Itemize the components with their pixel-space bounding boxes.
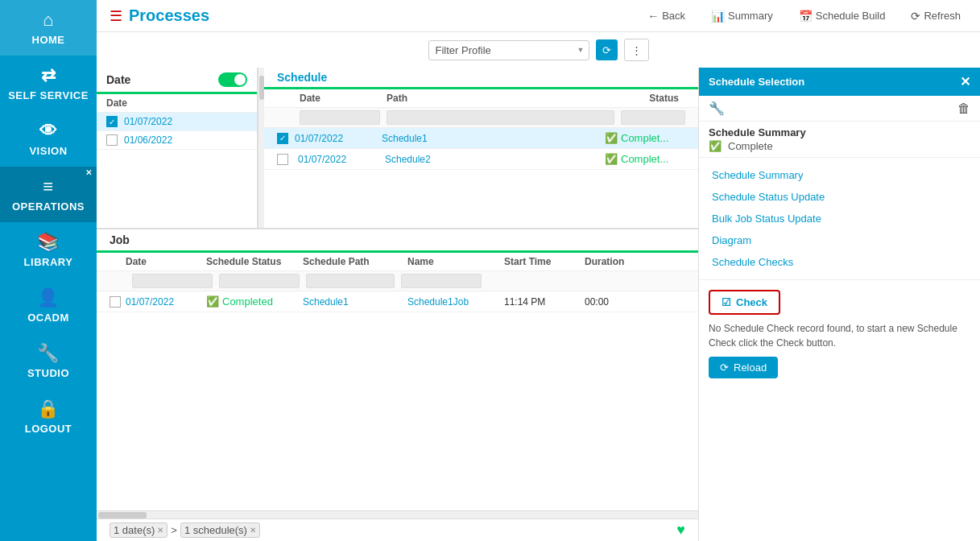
refresh-icon: ⟳: [911, 10, 920, 23]
schedule-table-header: Date Path Status: [264, 89, 698, 108]
ss-schedule-summary-info: Schedule Summary ✅ Complete: [699, 122, 980, 158]
sched-status-val: ✅ Complet...: [605, 132, 685, 144]
job-checkbox-cell: [110, 296, 126, 308]
topbar-actions: ← Back 📊 Summary 📅 Schedule Build ⟳ Refr…: [641, 6, 967, 26]
job-path-val: Schedule1: [303, 296, 407, 308]
summary-icon: 📊: [711, 10, 725, 23]
panels: Date Date ✓ 01/07/2022 01/06/2022: [97, 68, 980, 541]
summary-button[interactable]: 📊 Summary: [705, 6, 779, 26]
ss-menu-schedule-checks[interactable]: Schedule Checks: [699, 251, 980, 273]
topbar: ☰ Processes ← Back 📊 Summary 📅 Schedule …: [97, 0, 980, 32]
date-checkbox[interactable]: [106, 134, 118, 146]
ss-close-button[interactable]: ✕: [960, 74, 970, 89]
schedule-column: Schedule Date Path Status: [264, 68, 698, 228]
date-toggle[interactable]: [218, 72, 247, 87]
sched-date-val: 01/07/2022: [298, 154, 378, 165]
filter-profile-select[interactable]: Filter Profile: [428, 40, 589, 60]
date-checkbox[interactable]: ✓: [106, 116, 118, 127]
ss-summary-row: ✅ Complete: [709, 140, 970, 152]
sidebar-item-operations[interactable]: ✕ ≡ OPERATIONS: [0, 167, 97, 222]
date-row[interactable]: ✓ 01/07/2022: [97, 113, 257, 131]
job-status-filter[interactable]: [219, 274, 300, 288]
sidebar-item-label: OCADM: [27, 312, 69, 324]
sidebar-item-studio[interactable]: 🔧 STUDIO: [0, 333, 97, 389]
ocadm-icon: 👤: [37, 287, 60, 308]
schedule-date-filter[interactable]: [300, 110, 380, 125]
refresh-button[interactable]: ⟳ Refresh: [904, 6, 967, 26]
schedule-build-button[interactable]: 📅 Schedule Build: [792, 6, 892, 26]
sidebar-item-label: LOGOUT: [25, 423, 72, 435]
job-row[interactable]: 01/07/2022 ✅ Completed Schedule1 Schedul…: [97, 291, 698, 312]
library-icon: 📚: [37, 232, 60, 253]
job-start-header: Start Time: [504, 256, 585, 267]
ss-check-button[interactable]: ☑ Check: [709, 290, 780, 315]
schedule-path-header: Path: [387, 93, 598, 104]
job-section-header: Job: [97, 229, 698, 253]
studio-icon: 🔧: [37, 343, 60, 364]
sidebar-item-logout[interactable]: 🔒 LOGOUT: [0, 389, 97, 444]
date-row[interactable]: 01/06/2022: [97, 131, 257, 150]
schedule-status-filter[interactable]: [621, 110, 685, 125]
schedule-row[interactable]: ✓ 01/07/2022 Schedule1 ✅ Complet...: [264, 128, 698, 149]
sched-checkbox[interactable]: [277, 154, 288, 165]
schedule-row[interactable]: 01/07/2022 Schedule2 ✅ Complet...: [264, 149, 698, 170]
sidebar-item-library[interactable]: 📚 LIBRARY: [0, 222, 97, 278]
job-date-val: 01/07/2022: [126, 296, 206, 308]
sidebar-item-ocadm[interactable]: 👤 OCADM: [0, 278, 97, 333]
dates-tag-close[interactable]: ✕: [157, 526, 163, 535]
sidebar-item-label: HOME: [32, 34, 65, 46]
schedule-path-filter[interactable]: [387, 110, 614, 125]
job-checkbox[interactable]: [110, 296, 121, 308]
ss-menu-bulk-job[interactable]: Bulk Job Status Update: [699, 208, 980, 229]
sidebar-item-selfservice[interactable]: ⇄ SELF SERVICE: [0, 56, 97, 111]
reload-icon: ⟳: [720, 361, 729, 374]
page-title: Processes: [129, 6, 209, 25]
dates-tag: 1 date(s) ✕: [110, 522, 167, 538]
horizontal-scrollbar[interactable]: [97, 510, 698, 518]
sched-path-val: Schedule2: [385, 154, 598, 165]
date-scrollbar-thumb: [259, 76, 264, 100]
sched-date-val: 01/07/2022: [295, 133, 375, 144]
ss-wrench-icon[interactable]: 🔧: [709, 101, 725, 116]
ss-reload-button[interactable]: ⟳ Reload: [709, 357, 778, 378]
job-date-filter[interactable]: [132, 274, 213, 288]
status-complete-icon: ✅: [605, 153, 618, 165]
date-scrollbar[interactable]: [258, 68, 264, 228]
check-button-label: Check: [736, 296, 767, 308]
heart-icon: ♥: [676, 522, 685, 539]
sched-checkbox[interactable]: ✓: [277, 133, 288, 144]
job-name-filter[interactable]: [401, 274, 482, 288]
hamburger-icon[interactable]: ☰: [110, 7, 122, 25]
back-icon: ←: [647, 10, 659, 23]
filter-menu-button[interactable]: ⋮: [624, 39, 649, 61]
reload-label: Reload: [734, 361, 767, 374]
filter-menu-icon: ⋮: [631, 44, 642, 56]
operations-close-icon[interactable]: ✕: [85, 168, 93, 177]
filter-profile-wrapper: Filter Profile: [428, 40, 589, 60]
dates-count: 1 date(s): [114, 524, 155, 536]
check-button-icon: ☑: [722, 296, 731, 308]
ss-check-section: ☑ Check No Schedule Check record found, …: [699, 280, 980, 388]
ss-menu-schedule-summary[interactable]: Schedule Summary: [699, 164, 980, 186]
job-start-val: 11:14 PM: [504, 296, 585, 308]
schedules-tag-close[interactable]: ✕: [250, 526, 256, 535]
ss-menu-diagram[interactable]: Diagram: [699, 229, 980, 251]
home-icon: ⌂: [43, 10, 54, 31]
sidebar-item-label: LIBRARY: [24, 256, 73, 268]
ss-panel-title: Schedule Selection: [709, 76, 804, 88]
ss-trash-icon[interactable]: 🗑: [957, 101, 970, 116]
ss-menu-status-update[interactable]: Schedule Status Update: [699, 186, 980, 208]
filter-refresh-button[interactable]: ⟳: [596, 39, 618, 60]
back-button[interactable]: ← Back: [641, 6, 692, 26]
job-path-header: Schedule Path: [303, 256, 407, 267]
schedules-tag: 1 schedule(s) ✕: [180, 522, 260, 538]
job-duration-header: Duration: [585, 256, 649, 267]
left-panels: Date Date ✓ 01/07/2022 01/06/2022: [97, 68, 698, 541]
sidebar: ⌂ HOME ⇄ SELF SERVICE 👁 VISION ✕ ≡ OPERA…: [0, 0, 97, 541]
logout-icon: 🔒: [37, 399, 60, 419]
job-path-filter[interactable]: [306, 274, 395, 288]
sidebar-item-home[interactable]: ⌂ HOME: [0, 0, 97, 56]
filter-refresh-icon: ⟳: [602, 44, 611, 56]
schedule-rows: ✓ 01/07/2022 Schedule1 ✅ Complet...: [264, 128, 698, 228]
sidebar-item-vision[interactable]: 👁 VISION: [0, 111, 97, 167]
